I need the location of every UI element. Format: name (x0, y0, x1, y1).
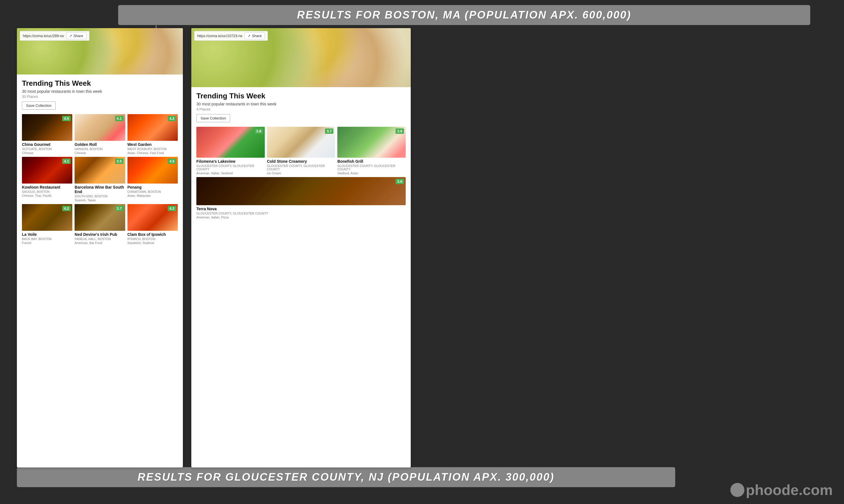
restaurant-name: Clam Box of Ipswich (127, 232, 178, 237)
restaurant-cuisine: American, Bar Food (74, 241, 125, 245)
right-card-header-image: https://zoma.to/uc/10723-rw ↗ Share (191, 28, 411, 87)
restaurant-cuisine: Chinese, Thai, Pacific (22, 194, 72, 197)
rating-badge: 4.2 (168, 206, 176, 211)
restaurant-location: SAUGUS, BOSTON (22, 190, 72, 193)
list-item[interactable]: 3.6 Terra Nova GLOUCESTER COUNTY, GLOUCE… (196, 177, 406, 219)
restaurant-name: La Voile (22, 232, 72, 237)
restaurant-thumb: 4.2 (127, 114, 178, 141)
restaurant-name: Bonefish Grill (337, 159, 406, 164)
right-share-button[interactable]: ↗ Share (244, 32, 265, 39)
restaurant-thumb: 3.6 (337, 127, 406, 158)
restaurant-location: GLOUCESTER COUNTY, GLOUCESTER COUNTY (267, 164, 335, 171)
restaurant-name: Kowloon Restaurant (22, 185, 72, 190)
list-item[interactable]: 3.8 Filomena's Lakeview GLOUCESTER COUNT… (196, 127, 265, 175)
share-icon-right: ↗ (247, 34, 251, 38)
restaurant-cuisine: Sandwich, Seafood (127, 241, 178, 245)
rating-badge: 3.6 (396, 128, 404, 134)
restaurant-cuisine: Ice Cream (267, 172, 335, 175)
list-item[interactable]: 4.1 Golden Roll HANSON, BOSTON Chinese (74, 114, 125, 155)
restaurant-cuisine: American, Italian, Pizza (196, 216, 406, 219)
right-card: https://zoma.to/uc/10723-rw ↗ Share Tren… (191, 28, 411, 467)
left-card-body: Trending This Week 30 most popular resta… (17, 74, 183, 251)
left-restaurant-row-2: 4.1 Kowloon Restaurant SAUGUS, BOSTON Ch… (22, 157, 178, 202)
list-item[interactable]: 4.5 China Gourmet SCITUATE, BOSTON Chine… (22, 114, 72, 155)
restaurant-location: SCITUATE, BOSTON (22, 147, 72, 151)
restaurant-location: WEST ROXBURY, BOSTON (127, 147, 178, 151)
restaurant-cuisine: Chinese (22, 151, 72, 155)
left-places-count: 30 Places (22, 94, 178, 99)
rating-badge: 3.5 (115, 159, 123, 164)
list-item[interactable]: 4.1 Kowloon Restaurant SAUGUS, BOSTON Ch… (22, 157, 72, 202)
restaurant-location: IPSWICH, BOSTON (127, 237, 178, 240)
list-item[interactable]: 3.7 Cold Stone Creamery GLOUCESTER COUNT… (267, 127, 335, 175)
list-item[interactable]: 4.2 La Voile BACK BAY, BOSTON French (22, 204, 72, 245)
restaurant-location: GLOUCESTER COUNTY, GLOUCESTER COUNTY (337, 164, 406, 171)
left-restaurant-row-3: 4.2 La Voile BACK BAY, BOSTON French 3.7… (22, 204, 178, 245)
right-card-body: Trending This Week 30 most popular resta… (191, 87, 411, 226)
right-restaurant-row-2: 3.6 Terra Nova GLOUCESTER COUNTY, GLOUCE… (196, 177, 406, 219)
restaurant-thumb: 3.7 (74, 204, 125, 231)
restaurant-thumb: 4.1 (22, 157, 72, 183)
right-restaurant-row-1: 3.8 Filomena's Lakeview GLOUCESTER COUNT… (196, 127, 406, 175)
restaurant-location: FANEUIL HALL, BOSTON (74, 237, 125, 240)
rating-badge: 4.5 (168, 159, 176, 164)
list-item[interactable]: 3.7 Ned Devine's Irish Pub FANEUIL HALL,… (74, 204, 125, 245)
rating-badge: 3.7 (325, 128, 333, 134)
right-save-button[interactable]: Save Collection (196, 114, 230, 122)
restaurant-thumb: 3.5 (74, 157, 125, 183)
rating-badge: 3.7 (115, 206, 123, 211)
bottom-banner-text: RESULTS FOR GLOUCESTER COUNTY, NJ (POPUL… (138, 471, 554, 483)
right-url-bar: https://zoma.to/uc/10723-rw ↗ Share (194, 31, 268, 41)
restaurant-name: Ned Devine's Irish Pub (74, 232, 125, 237)
rating-badge: 4.2 (62, 206, 71, 211)
top-banner: RESULTS FOR BOSTON, MA (POPULATION APX. … (118, 5, 810, 25)
right-places-count: 4 Places (196, 107, 406, 111)
watermark-text: phoode.com (746, 482, 833, 498)
rating-badge: 3.6 (396, 179, 404, 184)
restaurant-name: China Gourmet (22, 142, 72, 147)
share-icon-left: ↗ (69, 34, 72, 38)
rating-badge: 4.2 (168, 116, 176, 121)
restaurant-name: Golden Roll (74, 142, 125, 147)
list-item[interactable]: 4.2 Clam Box of Ipswich IPSWICH, BOSTON … (127, 204, 178, 245)
top-banner-text: RESULTS FOR BOSTON, MA (POPULATION APX. … (297, 9, 631, 21)
left-share-button[interactable]: ↗ Share (66, 32, 86, 39)
list-item[interactable]: 4.2 West Garden WEST ROXBURY, BOSTON Asi… (127, 114, 178, 155)
watermark: phoode.com (730, 482, 833, 498)
rating-badge: 4.1 (62, 159, 71, 164)
left-trending-subtitle: 30 most popular restaurants in town this… (22, 89, 178, 94)
restaurant-location: BACK BAY, BOSTON (22, 237, 72, 240)
left-url-bar: https://zoma.to/uc/289-rw ↗ Share (20, 31, 89, 41)
restaurant-thumb: 3.8 (196, 127, 265, 158)
restaurant-name: Barcelona Wine Bar South End (74, 185, 125, 194)
left-card-header-image: https://zoma.to/uc/289-rw ↗ Share (17, 28, 183, 74)
right-url-text: https://zoma.to/uc/10723-rw (197, 34, 242, 38)
list-item[interactable]: 3.5 Barcelona Wine Bar South End SOUTH E… (74, 157, 125, 202)
restaurant-cuisine: French (22, 241, 72, 245)
restaurant-name: Penang (127, 185, 178, 190)
left-card: https://zoma.to/uc/289-rw ↗ Share Trendi… (17, 28, 183, 467)
restaurant-location: SOUTH END, BOSTON (74, 195, 125, 198)
rating-badge: 4.5 (62, 116, 71, 121)
left-restaurant-row-1: 4.5 China Gourmet SCITUATE, BOSTON Chine… (22, 114, 178, 155)
list-item[interactable]: 4.5 Penang CHINATOWN, BOSTON Asian, Mala… (127, 157, 178, 202)
bottom-banner: RESULTS FOR GLOUCESTER COUNTY, NJ (POPUL… (17, 467, 675, 487)
left-trending-title: Trending This Week (22, 79, 178, 88)
left-url-text: https://zoma.to/uc/289-rw (23, 34, 64, 38)
restaurant-image (196, 177, 406, 205)
restaurant-cuisine: American, Italian, Seafood (196, 172, 265, 175)
restaurant-name: West Garden (127, 142, 178, 147)
restaurant-location: CHINATOWN, BOSTON (127, 190, 178, 193)
restaurant-thumb: 3.7 (267, 127, 335, 158)
rating-badge: 3.8 (255, 128, 263, 134)
right-trending-subtitle: 30 most popular restaurants in town this… (196, 102, 406, 106)
restaurant-thumb: 4.2 (127, 204, 178, 231)
restaurant-name: Terra Nova (196, 206, 406, 211)
left-save-button[interactable]: Save Collection (22, 102, 56, 110)
watermark-logo-circle (730, 483, 744, 497)
restaurant-cuisine: Spanish, Tapas (74, 198, 125, 202)
restaurant-cuisine: Seafood, Asian (337, 172, 406, 175)
list-item[interactable]: 3.6 Bonefish Grill GLOUCESTER COUNTY, GL… (337, 127, 406, 175)
restaurant-cuisine: Asian, Malaysian (127, 194, 178, 197)
restaurant-name: Filomena's Lakeview (196, 159, 265, 164)
